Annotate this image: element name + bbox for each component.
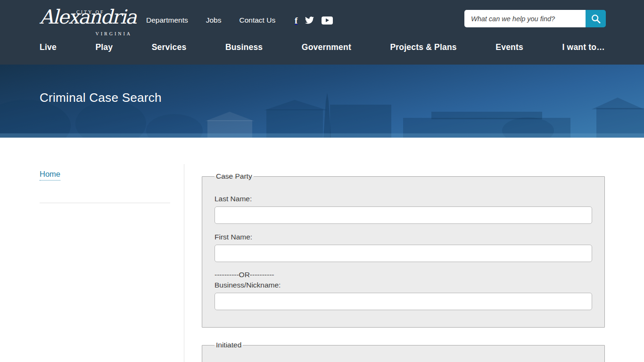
nav-government[interactable]: Government (302, 42, 351, 52)
youtube-icon (322, 16, 333, 25)
nav-events[interactable]: Events (495, 42, 523, 52)
initiated-fieldset: Initiated On/From (202, 341, 605, 362)
first-name-label: First Name: (215, 233, 592, 241)
facebook-icon: f (295, 16, 297, 25)
logo-state-text: VIRGINIA (95, 31, 132, 36)
site-header: CITY OF Alexandria VIRGINIA Departments … (0, 0, 644, 65)
nav-business[interactable]: Business (225, 42, 263, 52)
page-content: Home Case Party Last Name: First Name: -… (0, 138, 644, 362)
logo-name-text: Alexandria (40, 8, 136, 27)
case-party-fieldset: Case Party Last Name: First Name: ------… (202, 172, 605, 328)
nav-play[interactable]: Play (95, 42, 113, 52)
case-party-legend: Case Party (215, 172, 254, 181)
search-button[interactable] (586, 10, 606, 27)
nav-live[interactable]: Live (40, 42, 57, 52)
utility-nav: Departments Jobs Contact Us (146, 16, 275, 25)
nav-departments[interactable]: Departments (146, 16, 188, 25)
business-nickname-input[interactable] (215, 293, 592, 310)
youtube-link[interactable] (322, 16, 333, 25)
search-icon (591, 14, 601, 24)
page-title: Criminal Case Search (40, 90, 162, 105)
facebook-link[interactable]: f (295, 16, 297, 25)
twitter-link[interactable] (305, 16, 314, 24)
breadcrumb-home-link[interactable]: Home (40, 170, 60, 181)
last-name-input[interactable] (215, 206, 592, 224)
initiated-legend: Initiated (215, 341, 243, 349)
sidebar-divider-horizontal (40, 203, 170, 203)
page-banner: Criminal Case Search (0, 65, 644, 138)
business-nickname-label: Business/Nickname: (215, 281, 592, 289)
sidebar-divider-vertical (184, 164, 184, 362)
city-logo[interactable]: CITY OF Alexandria VIRGINIA (40, 3, 134, 40)
main-nav: Live Play Services Business Government P… (40, 42, 605, 52)
last-name-label: Last Name: (215, 195, 592, 203)
nav-services[interactable]: Services (152, 42, 187, 52)
social-links: f (295, 15, 333, 25)
sidebar: Home (40, 170, 170, 203)
or-separator: ----------OR---------- (215, 271, 592, 279)
twitter-icon (305, 16, 314, 24)
nav-jobs[interactable]: Jobs (206, 16, 222, 25)
search-input[interactable] (464, 10, 586, 27)
first-name-input[interactable] (215, 245, 592, 262)
nav-projects-plans[interactable]: Projects & Plans (390, 42, 456, 52)
case-search-form: Case Party Last Name: First Name: ------… (202, 172, 605, 362)
site-search-form (464, 10, 606, 27)
nav-i-want-to[interactable]: I want to… (562, 42, 604, 52)
nav-contact-us[interactable]: Contact Us (239, 16, 275, 25)
